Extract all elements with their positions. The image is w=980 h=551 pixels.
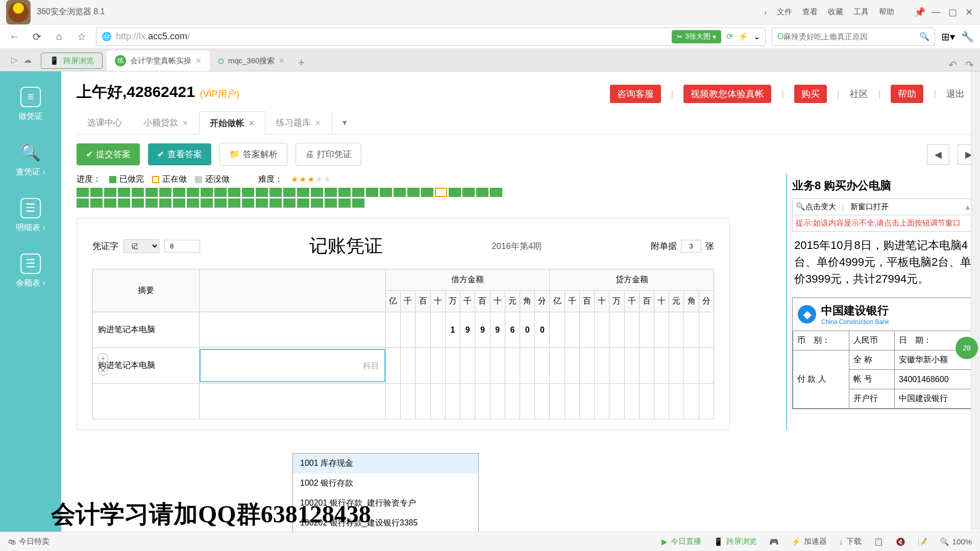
progress-cell[interactable] xyxy=(159,188,172,197)
progress-cell[interactable] xyxy=(449,188,461,197)
progress-cell[interactable] xyxy=(187,188,199,197)
floating-badge[interactable]: 28 xyxy=(955,337,978,359)
view-answer-button[interactable]: ✔ 查看答案 xyxy=(148,143,211,165)
progress-cell[interactable] xyxy=(132,198,144,208)
dropdown-item[interactable]: 1001 库存现金 xyxy=(293,454,478,473)
url-box[interactable]: 🌐 http://lx.acc5.com/ ✂ 3张大图 ▾ ⟳ ⚡ ⌄ xyxy=(96,28,766,46)
dropdown-item[interactable]: 1002 银行存款 xyxy=(293,473,478,493)
progress-cell[interactable] xyxy=(435,188,447,197)
close-icon[interactable]: ✕ xyxy=(964,7,974,17)
search-icon[interactable]: 🔍 xyxy=(919,32,929,41)
remove-row-icon[interactable]: ✕ xyxy=(98,365,108,375)
attach-count-input[interactable] xyxy=(681,240,701,253)
amount-digit[interactable] xyxy=(595,348,609,384)
search-box[interactable]: O 🔍 xyxy=(772,28,935,46)
progress-cell[interactable] xyxy=(283,188,296,197)
summary-cell[interactable]: 购进笔记本电脑+✕ xyxy=(93,348,200,384)
amount-digit[interactable] xyxy=(445,384,460,419)
close-icon[interactable]: ✕ xyxy=(315,119,321,127)
home-button[interactable]: ⌂ xyxy=(51,29,67,45)
amount-digit[interactable] xyxy=(565,348,579,384)
star-button[interactable]: ☆ xyxy=(74,29,90,45)
menu-favorites[interactable]: 收藏 xyxy=(828,7,843,17)
close-icon[interactable]: ✕ xyxy=(249,119,255,127)
amount-digit[interactable] xyxy=(401,384,415,419)
amount-digit[interactable] xyxy=(684,312,699,348)
amount-digit[interactable] xyxy=(669,312,684,348)
progress-cell[interactable] xyxy=(145,188,158,197)
progress-cell[interactable] xyxy=(173,188,185,197)
progress-cell[interactable] xyxy=(214,188,227,197)
amount-digit[interactable] xyxy=(699,312,714,348)
subject-cell[interactable] xyxy=(199,312,385,348)
progress-cell[interactable] xyxy=(490,188,502,197)
progress-cell[interactable] xyxy=(325,188,337,197)
inner-tab-start[interactable]: 开始做帐✕ xyxy=(199,111,265,135)
amount-digit[interactable]: 9 xyxy=(475,312,490,348)
summary-cell[interactable] xyxy=(93,384,200,419)
amount-digit[interactable] xyxy=(505,384,520,419)
bolt-icon[interactable]: ⚡ xyxy=(738,32,748,41)
amount-digit[interactable] xyxy=(520,384,535,419)
menu-help[interactable]: 帮助 xyxy=(879,7,894,17)
progress-cell[interactable] xyxy=(242,198,254,208)
progress-cell[interactable] xyxy=(214,198,227,208)
new-tab-button[interactable]: + xyxy=(293,55,309,71)
amount-digit[interactable]: 0 xyxy=(535,312,550,348)
submit-button[interactable]: ✔ 提交答案 xyxy=(77,143,140,165)
amount-digit[interactable] xyxy=(565,384,579,419)
tab-cross-screen[interactable]: 📱 跨屏浏览 xyxy=(41,53,103,69)
mute-icon[interactable]: 🔇 xyxy=(896,537,905,546)
progress-cell[interactable] xyxy=(256,188,268,197)
progress-cell[interactable] xyxy=(132,188,144,197)
profile-avatar[interactable] xyxy=(6,0,31,24)
progress-cell[interactable] xyxy=(352,198,364,208)
amount-digit[interactable] xyxy=(624,312,639,348)
amount-digit[interactable] xyxy=(684,348,699,384)
pin-icon[interactable]: 📌 xyxy=(915,7,925,17)
menu-file[interactable]: 文件 xyxy=(777,7,792,17)
amount-digit[interactable] xyxy=(460,348,475,384)
progress-cell[interactable] xyxy=(380,188,392,197)
amount-digit[interactable] xyxy=(386,312,401,348)
nav-search-voucher[interactable]: 🔍 查凭证 › xyxy=(16,142,45,178)
summary-cell[interactable]: 购进笔记本电脑 xyxy=(93,312,200,348)
amount-digit[interactable] xyxy=(639,348,654,384)
wrench-icon[interactable]: 🔧 xyxy=(961,31,974,43)
progress-cell[interactable] xyxy=(159,198,172,208)
amount-digit[interactable] xyxy=(386,384,401,419)
progress-cell[interactable] xyxy=(407,188,420,197)
undo-icon[interactable]: ↶ xyxy=(948,59,957,71)
subject-input[interactable] xyxy=(200,349,385,382)
nav-make-voucher[interactable]: ≡ 做凭证 xyxy=(18,87,43,122)
amount-digit[interactable] xyxy=(535,384,550,419)
progress-cell[interactable] xyxy=(476,188,488,197)
progress-cell[interactable] xyxy=(270,198,282,208)
amount-digit[interactable]: 9 xyxy=(460,312,475,348)
progress-cell[interactable] xyxy=(242,188,254,197)
amount-digit[interactable]: 9 xyxy=(490,312,505,348)
new-window-button[interactable]: 新窗口打开 xyxy=(850,202,889,212)
amount-digit[interactable] xyxy=(624,348,639,384)
inner-tab-practice[interactable]: 练习题库✕ xyxy=(265,111,332,134)
amount-digit[interactable] xyxy=(505,348,520,384)
grid-icon[interactable]: ⊞▾ xyxy=(941,31,955,43)
progress-cell[interactable] xyxy=(173,198,185,208)
amount-digit[interactable] xyxy=(490,348,505,384)
zoom-button[interactable]: 🔍点击变大 xyxy=(796,202,836,212)
consult-button[interactable]: 咨询客服 xyxy=(610,85,661,103)
help-button[interactable]: 帮助 xyxy=(891,85,923,103)
amount-digit[interactable] xyxy=(475,348,490,384)
clipboard-icon[interactable]: 📋 xyxy=(874,537,884,546)
amount-digit[interactable] xyxy=(609,384,624,419)
progress-cell[interactable] xyxy=(338,198,351,208)
menu-tools[interactable]: 工具 xyxy=(853,7,869,17)
amount-digit[interactable] xyxy=(595,384,609,419)
progress-cell[interactable] xyxy=(90,188,103,197)
scrollbar[interactable] xyxy=(971,71,980,531)
amount-digit[interactable] xyxy=(579,312,594,348)
game-icon[interactable]: 🎮 xyxy=(769,537,779,546)
progress-cell[interactable] xyxy=(201,188,213,197)
tab-mqc-search[interactable]: O mqc_360搜索 ✕ xyxy=(210,51,293,71)
amount-digit[interactable] xyxy=(550,348,565,384)
